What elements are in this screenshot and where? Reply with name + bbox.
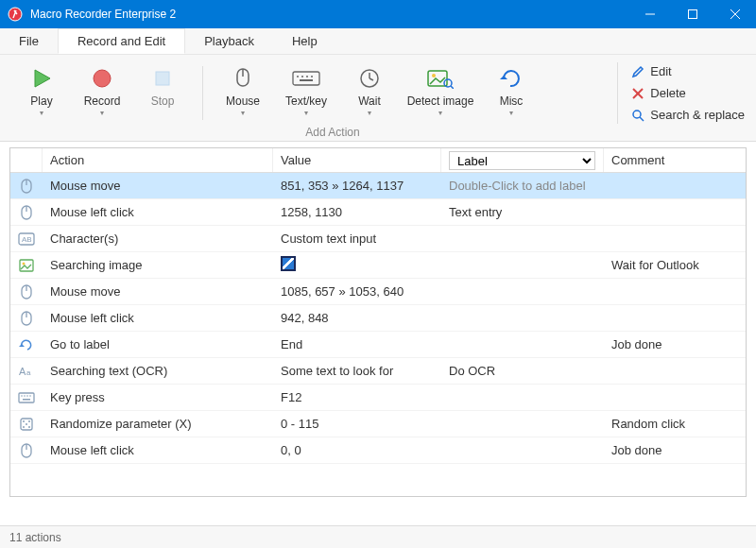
svg-point-20 (432, 74, 436, 77)
svg-point-50 (23, 420, 25, 422)
wait-button[interactable]: Wait ▾ (339, 62, 400, 124)
textkey-button[interactable]: Text/key ▾ (273, 62, 339, 124)
svg-point-12 (301, 76, 303, 77)
svg-text:A: A (19, 366, 26, 377)
header-label[interactable]: Label (441, 148, 604, 172)
app-icon (8, 7, 23, 22)
chevron-down-icon: ▾ (304, 110, 308, 117)
menu-bar: File Record and Edit Playback Help (0, 28, 756, 55)
row-action: Character(s) (43, 231, 273, 246)
row-action: Randomize parameter (X) (43, 417, 273, 431)
svg-point-6 (94, 70, 111, 87)
chevron-down-icon: ▾ (509, 110, 513, 117)
header-comment[interactable]: Comment (604, 148, 746, 172)
svg-point-13 (306, 76, 308, 77)
row-value: End (273, 337, 441, 351)
mouse-icon (232, 64, 253, 93)
row-value: 1258, 1130 (273, 205, 441, 219)
table-row[interactable]: AaSearching text (OCR)Some text to look … (10, 358, 746, 385)
row-action: Mouse left click (43, 443, 273, 457)
play-button[interactable]: Play ▾ (11, 62, 72, 124)
row-value: F12 (273, 390, 441, 404)
table-row[interactable]: Randomize parameter (X)0 - 115Random cli… (10, 411, 746, 437)
edit-link[interactable]: Edit (631, 62, 745, 80)
table-row[interactable]: Mouse left click942, 848 (10, 305, 746, 332)
stop-button[interactable]: Stop (132, 62, 193, 124)
table-row[interactable]: Searching imageWait for Outlook (10, 252, 746, 279)
misc-icon (500, 64, 523, 93)
row-label[interactable]: Do OCR (441, 364, 604, 378)
misc-button[interactable]: Misc ▾ (481, 62, 541, 124)
row-icon (10, 442, 43, 459)
toolbar: Play ▾ Record ▾ Stop Mouse ▾ Text/key (0, 55, 756, 142)
svg-point-52 (26, 423, 27, 425)
menu-file[interactable]: File (0, 28, 58, 54)
svg-point-54 (28, 426, 30, 428)
table-row[interactable]: Mouse move1085, 657 » 1053, 640 (10, 279, 746, 305)
svg-point-35 (23, 262, 26, 265)
row-icon (10, 417, 43, 432)
window-title: Macro Recorder Enterprise 2 (30, 8, 628, 21)
chevron-down-icon: ▾ (100, 110, 104, 117)
mouse-button[interactable]: Mouse ▾ (213, 62, 273, 124)
row-value: 851, 353 » 1264, 1137 (273, 179, 441, 193)
svg-line-27 (640, 117, 644, 121)
table-row[interactable]: Mouse move851, 353 » 1264, 1137Double-Cl… (10, 173, 746, 199)
svg-marker-23 (500, 76, 507, 79)
toolgroup-playback: Play ▾ Record ▾ Stop (11, 62, 193, 124)
record-icon (90, 64, 114, 93)
menu-help[interactable]: Help (273, 28, 336, 54)
svg-point-11 (297, 76, 299, 77)
svg-point-46 (26, 395, 28, 397)
table-row[interactable]: ABCharacter(s)Custom text input (10, 226, 746, 252)
row-comment: Random click (604, 417, 746, 431)
menu-record-edit[interactable]: Record and Edit (58, 28, 185, 54)
svg-rect-7 (156, 72, 169, 85)
table-row[interactable]: Mouse left click0, 0Job done (10, 437, 746, 464)
svg-point-53 (23, 426, 25, 428)
svg-marker-5 (35, 70, 50, 87)
svg-marker-40 (19, 344, 25, 347)
close-button[interactable] (713, 0, 756, 28)
grid-header: Action Value Label Comment (10, 148, 746, 173)
table-row[interactable]: Key pressF12 (10, 385, 746, 411)
search-replace-link[interactable]: Search & replace (631, 106, 745, 124)
table-row[interactable]: Mouse left click1258, 1130Text entry (10, 199, 746, 226)
row-icon: AB (10, 232, 43, 246)
keyboard-icon (292, 64, 320, 93)
row-comment: Wait for Outlook (604, 258, 746, 272)
grid-body[interactable]: Mouse move851, 353 » 1264, 1137Double-Cl… (10, 173, 746, 496)
row-value: 0, 0 (273, 443, 441, 457)
chevron-down-icon: ▾ (241, 110, 245, 117)
menu-playback[interactable]: Playback (185, 28, 273, 54)
chevron-down-icon: ▾ (438, 110, 442, 117)
status-bar: 11 actions (0, 525, 756, 548)
row-comment: Job done (604, 443, 746, 457)
svg-text:AB: AB (22, 235, 32, 244)
maximize-button[interactable] (671, 0, 713, 28)
table-row[interactable]: Go to labelEndJob done (10, 332, 746, 358)
header-action[interactable]: Action (43, 148, 273, 172)
minimize-button[interactable] (628, 0, 671, 28)
row-label[interactable]: Text entry (441, 205, 604, 219)
delete-link[interactable]: Delete (631, 84, 745, 102)
toolbar-group-label: Add Action (172, 126, 493, 139)
svg-rect-15 (300, 79, 313, 81)
detect-image-button[interactable]: Detect image ▾ (400, 62, 481, 124)
header-icon-col (10, 148, 43, 172)
row-comment: Job done (604, 337, 746, 351)
row-action: Key press (43, 390, 273, 404)
header-value[interactable]: Value (273, 148, 441, 172)
detect-image-icon (427, 64, 454, 93)
row-label[interactable]: Double-Click to add label (441, 179, 604, 193)
status-text: 11 actions (9, 531, 61, 544)
row-icon (10, 310, 43, 327)
svg-text:a: a (26, 368, 31, 377)
row-icon (10, 204, 43, 221)
record-button[interactable]: Record ▾ (72, 62, 132, 124)
svg-point-21 (444, 79, 452, 87)
svg-point-26 (633, 111, 641, 118)
label-filter-select[interactable]: Label (449, 151, 595, 170)
row-action: Mouse left click (43, 311, 273, 325)
svg-rect-10 (293, 72, 319, 85)
